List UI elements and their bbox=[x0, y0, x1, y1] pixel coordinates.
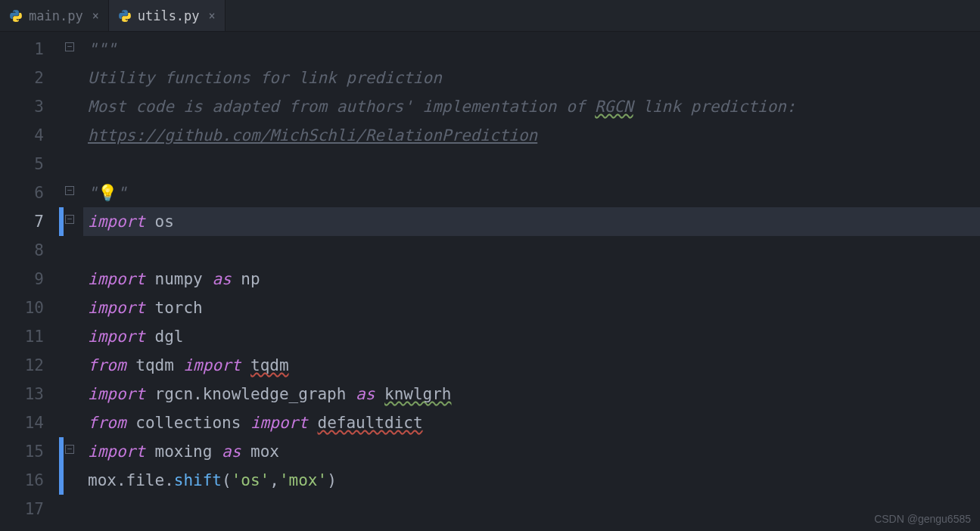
python-icon bbox=[9, 9, 23, 23]
code-line[interactable]: import torch bbox=[83, 293, 980, 322]
close-icon[interactable]: × bbox=[92, 9, 99, 23]
line-number: 9 bbox=[0, 265, 44, 293]
change-marker-icon bbox=[59, 466, 64, 495]
line-number: 16 bbox=[0, 466, 44, 495]
code-line[interactable]: import os bbox=[83, 207, 980, 236]
fold-toggle-icon[interactable]: − bbox=[65, 445, 74, 454]
fold-toggle-icon[interactable]: − bbox=[65, 215, 74, 224]
line-number: 15 bbox=[0, 437, 44, 466]
code-line[interactable]: """ bbox=[83, 35, 980, 64]
line-number-gutter: 1 2 3 4 5 6 7 8 9 10 11 12 13 14 15 16 1… bbox=[0, 32, 61, 531]
python-icon bbox=[118, 9, 132, 23]
line-number: 10 bbox=[0, 293, 44, 322]
tab-main-py[interactable]: main.py × bbox=[0, 0, 109, 31]
code-editor[interactable]: 1 2 3 4 5 6 7 8 9 10 11 12 13 14 15 16 1… bbox=[0, 32, 980, 531]
fold-toggle-icon[interactable]: − bbox=[65, 42, 74, 51]
tab-utils-py[interactable]: utils.py × bbox=[109, 0, 226, 31]
code-line[interactable]: import dgl bbox=[83, 322, 980, 351]
code-area[interactable]: """ Utility functions for link predictio… bbox=[83, 32, 980, 531]
code-line[interactable]: from tqdm import tqdm bbox=[83, 351, 980, 380]
code-line[interactable] bbox=[83, 236, 980, 265]
code-line[interactable]: from collections import defaultdict bbox=[83, 408, 980, 437]
line-number: 3 bbox=[0, 92, 44, 121]
code-line[interactable]: import numpy as np bbox=[83, 265, 980, 293]
tab-label: main.py bbox=[29, 8, 83, 23]
code-line[interactable]: Utility functions for link prediction bbox=[83, 64, 980, 92]
lightbulb-icon[interactable]: 💡 bbox=[98, 179, 117, 207]
line-number: 2 bbox=[0, 64, 44, 92]
code-line[interactable]: "💡" bbox=[83, 179, 980, 207]
code-line[interactable]: import rgcn.knowledge_graph as knwlgrh bbox=[83, 380, 980, 408]
line-number: 12 bbox=[0, 351, 44, 380]
line-number: 17 bbox=[0, 495, 44, 523]
code-line[interactable]: https://github.com/MichSchli/RelationPre… bbox=[83, 121, 980, 150]
tab-label: utils.py bbox=[138, 8, 200, 23]
code-line[interactable] bbox=[83, 150, 980, 179]
change-marker-icon bbox=[59, 207, 64, 236]
line-number: 1 bbox=[0, 35, 44, 64]
line-number: 7 bbox=[0, 207, 44, 236]
fold-column: − − − − bbox=[61, 32, 83, 531]
line-number: 13 bbox=[0, 380, 44, 408]
code-line[interactable] bbox=[83, 495, 980, 523]
line-number: 6 bbox=[0, 179, 44, 207]
watermark: CSDN @gengu6585 bbox=[874, 513, 971, 525]
tab-bar: main.py × utils.py × bbox=[0, 0, 980, 32]
line-number: 4 bbox=[0, 121, 44, 150]
change-marker-icon bbox=[59, 437, 64, 466]
line-number: 11 bbox=[0, 322, 44, 351]
line-number: 8 bbox=[0, 236, 44, 265]
line-number: 5 bbox=[0, 150, 44, 179]
code-line[interactable]: mox.file.shift('os','mox') bbox=[83, 466, 980, 495]
line-number: 14 bbox=[0, 408, 44, 437]
close-icon[interactable]: × bbox=[209, 9, 216, 23]
code-line[interactable]: Most code is adapted from authors' imple… bbox=[83, 92, 980, 121]
code-line[interactable]: import moxing as mox bbox=[83, 437, 980, 466]
fold-toggle-icon[interactable]: − bbox=[65, 186, 74, 195]
